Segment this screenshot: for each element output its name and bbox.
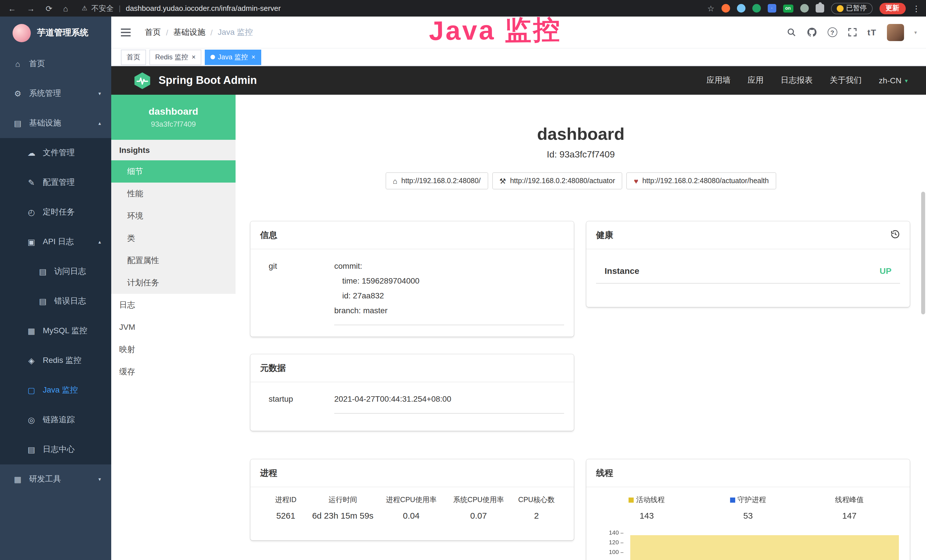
sba-logo-icon[interactable] [133, 71, 152, 90]
tag-redis-monitor[interactable]: Redis 监控 × [150, 49, 201, 65]
breadcrumb-home[interactable]: 首页 [145, 27, 161, 37]
sba-item-scheduled-tasks[interactable]: 计划任务 [111, 272, 236, 294]
extension-fox-icon[interactable] [721, 4, 730, 12]
heart-icon: ♥ [634, 177, 638, 185]
sba-app-block[interactable]: dashboard 93a3fc7f7409 [111, 95, 236, 140]
y-tick: 100 [604, 548, 623, 558]
extension-on-badge[interactable]: on [783, 4, 793, 12]
close-icon[interactable]: × [192, 53, 196, 61]
browser-toolbar-right: ☆ on 已暂停 更新 ⋮ [707, 3, 926, 14]
sidebar-item-job[interactable]: ◴ 定时任务 [0, 197, 111, 227]
nav-wallboard[interactable]: 应用墙 [707, 75, 731, 86]
refresh-icon[interactable]: ⟳ [45, 4, 52, 13]
page-title: dashboard [236, 124, 926, 144]
address-bar[interactable]: ⚠ 不安全 | dashboard.yudao.iocoder.cn/infra… [82, 3, 281, 14]
back-icon[interactable]: ← [8, 4, 16, 13]
fullscreen-icon[interactable] [847, 27, 857, 37]
sidebar-item-system[interactable]: ⚙ 系统管理 ▾ [0, 79, 111, 108]
health-url-button[interactable]: ♥ http://192.168.0.2:48080/actuator/heal… [626, 172, 776, 189]
font-size-icon[interactable]: tT [867, 27, 877, 37]
redis-icon: ◈ [25, 356, 38, 365]
sba-brand[interactable]: Spring Boot Admin [159, 74, 257, 87]
locale-selector[interactable]: zh-CN ▾ [879, 76, 908, 85]
collapse-sidebar-icon[interactable] [121, 28, 131, 36]
link-label: http://192.168.0.2:48080/ [401, 177, 481, 185]
header-actions: ? tT ▾ [787, 24, 926, 41]
sidebar-item-error-log[interactable]: ▤ 错误日志 [0, 286, 111, 316]
log-center-icon: ▤ [25, 445, 38, 454]
github-icon[interactable] [806, 27, 817, 38]
bookmark-star-icon[interactable]: ☆ [707, 4, 714, 13]
wrench-icon: ⚒ [499, 177, 506, 185]
service-url-button[interactable]: ⌂ http://192.168.0.2:48080/ [385, 172, 488, 189]
security-label: 不安全 [91, 3, 113, 14]
sidebar-item-java-monitor[interactable]: ▢ Java 监控 [0, 375, 111, 405]
health-card-body: Instance UP [586, 249, 910, 283]
sba-item-environment[interactable]: 环境 [111, 205, 236, 227]
sidebar-item-redis[interactable]: ◈ Redis 监控 [0, 346, 111, 375]
update-button[interactable]: 更新 [879, 3, 905, 14]
sidebar-item-log-center[interactable]: ▤ 日志中心 [0, 435, 111, 465]
gear-icon: ⚙ [11, 89, 24, 98]
extension-drop-icon[interactable] [737, 4, 745, 12]
browser-menu-icon[interactable]: ⋮ [912, 4, 920, 13]
monitor-icon: ▤ [11, 119, 24, 128]
sba-item-logs[interactable]: 日志 [111, 294, 236, 316]
sidebar-item-api-log[interactable]: ▣ API 日志 ▴ [0, 227, 111, 257]
sba-item-configprops[interactable]: 配置属性 [111, 249, 236, 272]
nav-journal[interactable]: 日志报表 [781, 75, 813, 86]
link-label: http://192.168.0.2:48080/actuator/health [642, 177, 769, 185]
sidebar-item-tracing[interactable]: ◎ 链路追踪 [0, 405, 111, 435]
main-menu: ⌂ 首页 ⚙ 系统管理 ▾ ▤ 基础设施 ▴ ☁ 文件管理 ✎ 配置管 [0, 49, 111, 494]
close-icon[interactable]: × [251, 53, 255, 61]
sidebar-item-file[interactable]: ☁ 文件管理 [0, 138, 111, 168]
nav-about[interactable]: 关于我们 [830, 75, 862, 86]
help-icon[interactable]: ? [828, 27, 837, 37]
user-avatar[interactable] [887, 24, 904, 41]
sidebar-item-mysql[interactable]: ▦ MySQL 监控 [0, 316, 111, 346]
nav-applications[interactable]: 应用 [748, 75, 764, 86]
extension-green-icon[interactable] [752, 4, 761, 12]
omnibox-divider: | [119, 4, 121, 12]
sidebar-item-config[interactable]: ✎ 配置管理 [0, 168, 111, 197]
extension-grid-icon[interactable] [767, 4, 776, 12]
menu-label: 定时任务 [43, 207, 75, 217]
sidebar-item-infra[interactable]: ▤ 基础设施 ▴ [0, 108, 111, 138]
sba-item-jvm[interactable]: JVM [111, 316, 236, 338]
info-card: 信息 git commit: time: 1596289704000 id: 2… [250, 221, 574, 337]
breadcrumb-current: Java 监控 [218, 27, 253, 37]
search-icon[interactable] [787, 27, 796, 37]
chevron-down-icon[interactable]: ▾ [914, 29, 917, 35]
history-icon[interactable] [890, 229, 900, 241]
sba-item-metrics[interactable]: 性能 [111, 183, 236, 205]
breadcrumb-infra[interactable]: 基础设施 [173, 27, 205, 37]
sidebar-item-home[interactable]: ⌂ 首页 [0, 49, 111, 79]
sidebar-item-devtools[interactable]: ▦ 研发工具 ▾ [0, 465, 111, 494]
annotation-text: Java 监控 [429, 12, 562, 49]
extensions-puzzle-icon[interactable] [816, 4, 824, 12]
breadcrumb-separator: / [210, 28, 213, 37]
sba-item-mappings[interactable]: 映射 [111, 338, 236, 360]
paused-badge[interactable]: 已暂停 [831, 3, 872, 14]
extension-leaf-icon[interactable] [800, 4, 808, 12]
sba-item-details[interactable]: 细节 [111, 160, 236, 183]
tag-home[interactable]: 首页 [121, 49, 146, 65]
sba-item-caches[interactable]: 缓存 [111, 360, 236, 383]
cloud-icon: ☁ [25, 148, 38, 157]
forward-icon[interactable]: → [27, 4, 35, 13]
threads-card-title: 线程 [586, 459, 910, 487]
stat-value: 2 [509, 511, 564, 520]
sidebar-item-access-log[interactable]: ▤ 访问日志 [0, 257, 111, 286]
menu-label: MySQL 监控 [43, 326, 87, 336]
y-tick: 140 [604, 529, 623, 539]
scrollbar-thumb[interactable] [921, 192, 925, 314]
stat-value: 0.07 [448, 511, 509, 520]
java-monitor-icon: ▢ [25, 386, 38, 395]
home-icon[interactable]: ⌂ [63, 4, 68, 13]
app-logo[interactable]: 芋道管理系统 [0, 17, 111, 49]
instance-links: ⌂ http://192.168.0.2:48080/ ⚒ http://192… [236, 172, 926, 189]
sba-item-classes[interactable]: 类 [111, 227, 236, 249]
tag-java-monitor[interactable]: Java 监控 × [205, 49, 261, 65]
stat-label: 进程ID [260, 495, 312, 505]
actuator-url-button[interactable]: ⚒ http://192.168.0.2:48080/actuator [492, 172, 623, 189]
